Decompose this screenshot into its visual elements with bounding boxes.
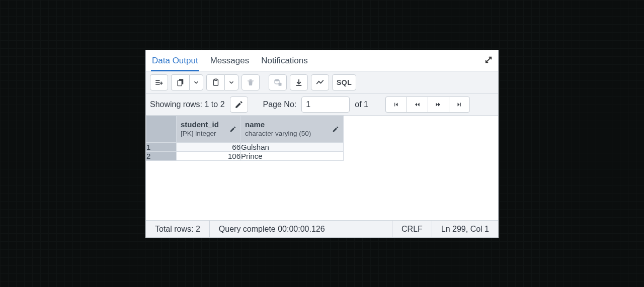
results-table: student_id [PK] integer name character v… [146, 116, 344, 161]
copy-icon [176, 78, 185, 87]
paste-button-group [206, 74, 238, 90]
copy-button-group [171, 74, 203, 90]
cell-student_id[interactable]: 106 [177, 152, 241, 161]
toolbar: SQL [146, 71, 498, 93]
column-type: [PK] integer [181, 130, 219, 138]
page-number-input[interactable] [301, 97, 350, 113]
tabs-bar: Data Output Messages Notifications [146, 50, 498, 71]
expand-icon [484, 55, 493, 64]
edit-rows-button[interactable] [230, 97, 248, 113]
tab-messages[interactable]: Messages [209, 54, 250, 71]
row-number[interactable]: 1 [146, 143, 177, 152]
column-header-name[interactable]: name character varying (50) [241, 116, 344, 143]
first-page-icon [392, 101, 399, 108]
chevron-down-icon [228, 79, 235, 86]
copy-button[interactable] [171, 74, 189, 90]
cell-name[interactable]: Prince [241, 152, 344, 161]
svg-rect-6 [178, 80, 182, 86]
column-name: name [245, 120, 311, 130]
row-number[interactable]: 2 [146, 152, 177, 161]
add-row-button[interactable] [150, 74, 168, 90]
last-page-icon [456, 101, 463, 108]
showing-rows-label: Showing rows: 1 to 2 [150, 100, 225, 109]
page-buttons [385, 97, 470, 113]
table-row[interactable]: 1 66 Gulshan [146, 143, 344, 152]
expand-panel-button[interactable] [484, 55, 493, 66]
column-header-student_id[interactable]: student_id [PK] integer [177, 116, 241, 143]
pencil-icon[interactable] [332, 126, 339, 133]
paste-dropdown-button[interactable] [224, 74, 238, 90]
status-cursor-position: Ln 299, Col 1 [432, 221, 498, 237]
cell-name[interactable]: Gulshan [241, 143, 344, 152]
next-page-button[interactable] [428, 97, 449, 113]
pencil-icon[interactable] [229, 126, 236, 133]
add-row-icon [154, 78, 164, 87]
column-type: character varying (50) [245, 130, 311, 138]
results-panel: Data Output Messages Notifications [145, 50, 499, 238]
trash-icon [246, 78, 255, 87]
status-bar: Total rows: 2 Query complete 00:00:00.12… [146, 220, 498, 237]
pencil-icon [234, 100, 244, 109]
prev-page-icon [414, 101, 421, 108]
status-query-complete: Query complete 00:00:00.126 [210, 221, 392, 237]
svg-point-9 [275, 79, 279, 81]
copy-dropdown-button[interactable] [189, 74, 203, 90]
paste-button[interactable] [206, 74, 224, 90]
download-button[interactable] [290, 74, 308, 90]
status-line-ending[interactable]: CRLF [392, 221, 432, 237]
save-data-button[interactable] [269, 74, 287, 90]
chevron-down-icon [193, 79, 200, 86]
clipboard-icon [211, 78, 220, 87]
chart-line-icon [315, 78, 325, 87]
svg-rect-8 [214, 79, 217, 80]
column-name: student_id [181, 120, 219, 130]
graph-visualizer-button[interactable] [311, 74, 329, 90]
last-page-button[interactable] [449, 97, 470, 113]
grid-corner[interactable] [146, 116, 177, 143]
cell-student_id[interactable]: 66 [177, 143, 241, 152]
first-page-button[interactable] [385, 97, 407, 113]
status-total-rows: Total rows: 2 [146, 221, 210, 237]
page-no-label: Page No: [263, 100, 297, 109]
svg-rect-10 [279, 82, 282, 85]
of-pages-label: of 1 [355, 100, 368, 109]
tab-data-output[interactable]: Data Output [151, 54, 199, 71]
database-save-icon [273, 78, 282, 87]
delete-row-button[interactable] [242, 74, 260, 90]
results-grid[interactable]: student_id [PK] integer name character v… [146, 116, 498, 220]
next-page-icon [435, 101, 442, 108]
tab-notifications[interactable]: Notifications [260, 54, 309, 71]
previous-page-button[interactable] [407, 97, 428, 113]
download-icon [294, 78, 303, 87]
sql-button[interactable]: SQL [332, 74, 356, 90]
table-row[interactable]: 2 106 Prince [146, 152, 344, 161]
pagination-bar: Showing rows: 1 to 2 Page No: of 1 [146, 93, 498, 116]
